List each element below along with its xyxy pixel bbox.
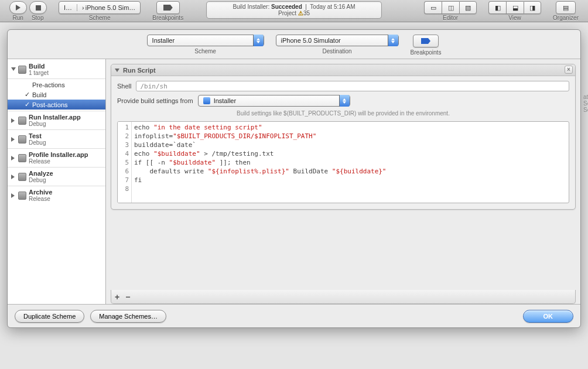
disclosure-closed-icon bbox=[11, 137, 16, 142]
sheet-scheme-label: Scheme bbox=[194, 48, 216, 54]
toggle-navigator-button[interactable]: ◧ bbox=[488, 1, 506, 14]
breakpoint-icon bbox=[421, 38, 430, 44]
provide-settings-value: Installer bbox=[214, 97, 237, 104]
popup-arrows-icon bbox=[253, 35, 264, 46]
play-icon bbox=[16, 5, 20, 11]
target-icon bbox=[18, 117, 26, 125]
sheet-destination-label: Destination bbox=[323, 48, 352, 54]
outline-subtitle: Release bbox=[29, 196, 52, 202]
close-icon[interactable]: × bbox=[565, 66, 573, 74]
outline-child-label: Post-actions bbox=[32, 101, 68, 108]
editor-footer: + − bbox=[111, 290, 576, 304]
breakpoints-toolbar-label: Breakpoints bbox=[152, 15, 183, 21]
line-gutter: 12345678 bbox=[118, 122, 132, 203]
editor-pane: Run Script × Shell Provide build setting… bbox=[106, 59, 580, 304]
version-editor-button[interactable]: ▧ bbox=[459, 1, 477, 14]
run-script-panel: Run Script × Shell Provide build setting… bbox=[111, 64, 576, 210]
breakpoint-icon bbox=[163, 5, 173, 11]
status-prefix: Build Installer: bbox=[233, 4, 271, 10]
outline-title: Archive bbox=[29, 189, 52, 196]
disclosure-closed-icon bbox=[11, 175, 16, 179]
toggle-utilities-button[interactable]: ◨ bbox=[524, 1, 541, 14]
outline-title: Profile Installer.app bbox=[29, 151, 88, 158]
outline-run[interactable]: Run Installer.appDebug bbox=[8, 112, 105, 128]
duplicate-scheme-button[interactable]: Duplicate Scheme bbox=[15, 310, 84, 323]
editor-label: Editor bbox=[443, 15, 458, 21]
disclosure-closed-icon bbox=[11, 156, 16, 160]
outline-subtitle: 1 target bbox=[29, 70, 49, 76]
add-action-button[interactable]: + bbox=[115, 292, 119, 302]
scheme-name: I… bbox=[59, 4, 77, 11]
target-icon bbox=[18, 135, 26, 144]
warning-icon: ⚠ bbox=[298, 10, 303, 16]
script-editor[interactable]: 12345678 echo "in the date setting scrip… bbox=[117, 121, 569, 203]
run-button[interactable] bbox=[9, 1, 27, 14]
outline-title: Run Installer.app bbox=[29, 114, 81, 121]
provide-settings-label: Provide build settings from bbox=[117, 97, 193, 104]
ok-button[interactable]: OK bbox=[523, 310, 574, 323]
standard-editor-button[interactable]: ▭ bbox=[424, 1, 442, 14]
script-code[interactable]: echo "in the date setting script" infopl… bbox=[132, 122, 569, 203]
manage-schemes-button[interactable]: Manage Schemes… bbox=[90, 310, 166, 323]
run-label: Run bbox=[13, 15, 23, 21]
status-project-label: Project bbox=[278, 10, 296, 16]
sheet-scheme-value: Installer bbox=[152, 37, 175, 44]
disclosure-closed-icon bbox=[11, 118, 16, 123]
breakpoints-button[interactable] bbox=[156, 1, 180, 14]
outline-title: Analyze bbox=[29, 170, 53, 177]
outline-subtitle: Debug bbox=[29, 139, 46, 146]
outline-subtitle: Debug bbox=[29, 177, 53, 183]
target-icon bbox=[18, 154, 26, 162]
popup-arrows-icon bbox=[388, 35, 398, 46]
outline-archive[interactable]: ArchiveRelease bbox=[8, 187, 105, 203]
editor-mode-segment[interactable]: ▭ ◫ ▧ bbox=[424, 1, 477, 14]
outline-test[interactable]: TestDebug bbox=[8, 131, 105, 147]
scheme-destination: iPhone 5.0 Sim… bbox=[86, 4, 136, 11]
stop-button[interactable] bbox=[29, 1, 47, 14]
activity-status: Build Installer: Succeeded | Today at 5:… bbox=[206, 1, 382, 19]
sheet-destination-value: iPhone 5.0 Simulator bbox=[281, 37, 341, 44]
organizer-button[interactable]: ▤ bbox=[556, 1, 576, 14]
target-icon bbox=[18, 173, 26, 181]
toggle-debug-button[interactable]: ⬓ bbox=[506, 1, 524, 14]
outline-pre-actions[interactable]: Pre-actions bbox=[8, 80, 105, 90]
settings-hint: Build settings like $(BUILT_PRODUCTS_DIR… bbox=[117, 110, 569, 117]
target-icon bbox=[18, 192, 26, 200]
disclosure-open-icon[interactable] bbox=[115, 69, 119, 72]
warning-count: 35 bbox=[303, 10, 310, 16]
outline-subtitle: Release bbox=[29, 158, 88, 165]
outline-title: Test bbox=[29, 132, 42, 139]
main-toolbar: Run Stop I… › iPhone 5.0 Sim… Scheme Bre… bbox=[0, 0, 588, 22]
disclosure-open-icon bbox=[11, 67, 16, 72]
check-icon: ✓ bbox=[24, 91, 30, 98]
sheet-scheme-popup[interactable]: Installer bbox=[147, 35, 264, 46]
view-segment[interactable]: ◧ ⬓ ◨ bbox=[488, 1, 541, 14]
view-label: View bbox=[508, 15, 521, 21]
scheme-editor-sheet: Installer Scheme iPhone 5.0 Simulator De… bbox=[7, 29, 581, 328]
stop-label: Stop bbox=[32, 15, 44, 21]
project-icon bbox=[203, 97, 210, 104]
outline-post-actions[interactable]: ✓Post-actions bbox=[8, 100, 105, 110]
sheet-breakpoints-button[interactable] bbox=[413, 35, 439, 47]
scheme-selector[interactable]: I… › iPhone 5.0 Sim… bbox=[59, 1, 141, 14]
outline-build-inner[interactable]: ✓Build bbox=[8, 90, 105, 100]
outline-build[interactable]: Build1 target bbox=[8, 62, 105, 77]
outline-profile[interactable]: Profile Installer.appRelease bbox=[8, 150, 105, 166]
outline-analyze[interactable]: AnalyzeDebug bbox=[8, 169, 105, 184]
sheet-breakpoints-label: Breakpoints bbox=[411, 49, 442, 56]
obscured-inspector-edge: atiSeSe bbox=[583, 94, 588, 113]
assistant-editor-button[interactable]: ◫ bbox=[442, 1, 459, 14]
provide-settings-popup[interactable]: Installer bbox=[198, 95, 350, 107]
sheet-destination-popup[interactable]: iPhone 5.0 Simulator bbox=[276, 35, 399, 46]
check-icon: ✓ bbox=[24, 101, 30, 108]
remove-action-button[interactable]: − bbox=[125, 292, 130, 302]
panel-title: Run Script bbox=[123, 67, 156, 74]
scheme-outline[interactable]: Build1 target Pre-actions ✓Build ✓Post-a… bbox=[8, 59, 106, 304]
popup-arrows-icon bbox=[339, 95, 350, 107]
status-time: Today at 5:16 AM bbox=[310, 4, 355, 10]
outline-child-label: Build bbox=[32, 91, 46, 98]
shell-input[interactable] bbox=[136, 81, 569, 91]
organizer-label: Organizer bbox=[553, 15, 579, 21]
target-icon bbox=[18, 66, 26, 74]
outline-child-label: Pre-actions bbox=[32, 81, 65, 88]
